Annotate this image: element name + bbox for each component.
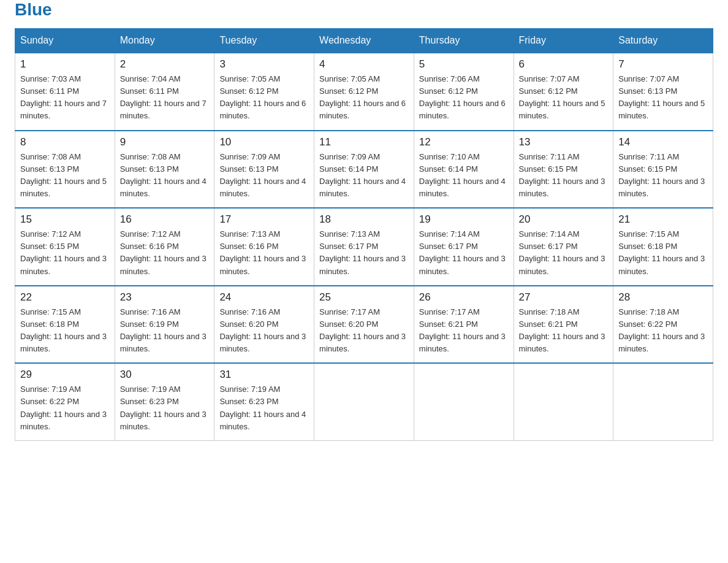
- day-info: Sunrise: 7:04 AM Sunset: 6:11 PM Dayligh…: [120, 73, 210, 123]
- day-number: 27: [519, 291, 609, 304]
- day-info: Sunrise: 7:18 AM Sunset: 6:22 PM Dayligh…: [618, 306, 708, 356]
- day-info: Sunrise: 7:19 AM Sunset: 6:22 PM Dayligh…: [20, 383, 110, 433]
- weekday-header-wednesday: Wednesday: [314, 29, 414, 53]
- calendar-week-row: 8 Sunrise: 7:08 AM Sunset: 6:13 PM Dayli…: [15, 131, 713, 209]
- day-info: Sunrise: 7:11 AM Sunset: 6:15 PM Dayligh…: [519, 151, 609, 201]
- calendar-cell: 2 Sunrise: 7:04 AM Sunset: 6:11 PM Dayli…: [115, 53, 214, 131]
- calendar-cell: 5 Sunrise: 7:06 AM Sunset: 6:12 PM Dayli…: [414, 53, 514, 131]
- day-info: Sunrise: 7:09 AM Sunset: 6:13 PM Dayligh…: [219, 151, 309, 201]
- day-info: Sunrise: 7:07 AM Sunset: 6:13 PM Dayligh…: [618, 73, 708, 123]
- calendar-week-row: 1 Sunrise: 7:03 AM Sunset: 6:11 PM Dayli…: [15, 53, 713, 131]
- day-number: 2: [120, 58, 210, 71]
- day-number: 3: [219, 58, 309, 71]
- weekday-header-row: SundayMondayTuesdayWednesdayThursdayFrid…: [15, 29, 713, 53]
- day-number: 10: [219, 136, 309, 148]
- calendar-week-row: 15 Sunrise: 7:12 AM Sunset: 6:15 PM Dayl…: [15, 208, 713, 286]
- calendar-week-row: 22 Sunrise: 7:15 AM Sunset: 6:18 PM Dayl…: [15, 286, 713, 364]
- calendar-cell: 26 Sunrise: 7:17 AM Sunset: 6:21 PM Dayl…: [414, 286, 514, 364]
- day-info: Sunrise: 7:11 AM Sunset: 6:15 PM Dayligh…: [618, 151, 708, 201]
- calendar-cell: [514, 363, 613, 440]
- calendar-cell: [613, 363, 713, 440]
- calendar-cell: 19 Sunrise: 7:14 AM Sunset: 6:17 PM Dayl…: [414, 208, 514, 286]
- day-info: Sunrise: 7:13 AM Sunset: 6:16 PM Dayligh…: [219, 228, 309, 278]
- day-info: Sunrise: 7:08 AM Sunset: 6:13 PM Dayligh…: [20, 151, 110, 201]
- weekday-header-monday: Monday: [115, 29, 214, 53]
- day-info: Sunrise: 7:07 AM Sunset: 6:12 PM Dayligh…: [519, 73, 609, 123]
- day-info: Sunrise: 7:13 AM Sunset: 6:17 PM Dayligh…: [319, 228, 409, 278]
- day-number: 23: [120, 291, 210, 304]
- calendar-cell: 20 Sunrise: 7:14 AM Sunset: 6:17 PM Dayl…: [514, 208, 613, 286]
- day-number: 26: [419, 291, 509, 304]
- day-number: 30: [120, 369, 210, 381]
- calendar-cell: 13 Sunrise: 7:11 AM Sunset: 6:15 PM Dayl…: [514, 131, 613, 209]
- calendar-cell: 11 Sunrise: 7:09 AM Sunset: 6:14 PM Dayl…: [314, 131, 414, 209]
- day-number: 15: [20, 213, 110, 226]
- calendar-cell: 6 Sunrise: 7:07 AM Sunset: 6:12 PM Dayli…: [514, 53, 613, 131]
- day-number: 24: [219, 291, 309, 304]
- day-number: 22: [20, 291, 110, 304]
- day-info: Sunrise: 7:05 AM Sunset: 6:12 PM Dayligh…: [219, 73, 309, 123]
- calendar-cell: 29 Sunrise: 7:19 AM Sunset: 6:22 PM Dayl…: [15, 363, 115, 440]
- calendar-cell: 24 Sunrise: 7:16 AM Sunset: 6:20 PM Dayl…: [214, 286, 314, 364]
- calendar-cell: 15 Sunrise: 7:12 AM Sunset: 6:15 PM Dayl…: [15, 208, 115, 286]
- calendar-cell: 14 Sunrise: 7:11 AM Sunset: 6:15 PM Dayl…: [613, 131, 713, 209]
- calendar-table: SundayMondayTuesdayWednesdayThursdayFrid…: [15, 28, 713, 441]
- day-info: Sunrise: 7:18 AM Sunset: 6:21 PM Dayligh…: [519, 306, 609, 356]
- calendar-cell: 8 Sunrise: 7:08 AM Sunset: 6:13 PM Dayli…: [15, 131, 115, 209]
- day-info: Sunrise: 7:09 AM Sunset: 6:14 PM Dayligh…: [319, 151, 409, 201]
- calendar-cell: 27 Sunrise: 7:18 AM Sunset: 6:21 PM Dayl…: [514, 286, 613, 364]
- day-number: 13: [519, 136, 609, 148]
- calendar-cell: 17 Sunrise: 7:13 AM Sunset: 6:16 PM Dayl…: [214, 208, 314, 286]
- calendar-cell: 31 Sunrise: 7:19 AM Sunset: 6:23 PM Dayl…: [214, 363, 314, 440]
- calendar-cell: [314, 363, 414, 440]
- day-info: Sunrise: 7:15 AM Sunset: 6:18 PM Dayligh…: [618, 228, 708, 278]
- calendar-cell: 12 Sunrise: 7:10 AM Sunset: 6:14 PM Dayl…: [414, 131, 514, 209]
- day-info: Sunrise: 7:08 AM Sunset: 6:13 PM Dayligh…: [120, 151, 210, 201]
- day-info: Sunrise: 7:17 AM Sunset: 6:21 PM Dayligh…: [419, 306, 509, 356]
- day-info: Sunrise: 7:15 AM Sunset: 6:18 PM Dayligh…: [20, 306, 110, 356]
- logo-blue-part: Blue: [15, 1, 88, 18]
- calendar-cell: 28 Sunrise: 7:18 AM Sunset: 6:22 PM Dayl…: [613, 286, 713, 364]
- calendar-cell: 21 Sunrise: 7:15 AM Sunset: 6:18 PM Dayl…: [613, 208, 713, 286]
- day-info: Sunrise: 7:14 AM Sunset: 6:17 PM Dayligh…: [519, 228, 609, 278]
- day-number: 8: [20, 136, 110, 148]
- calendar-cell: 22 Sunrise: 7:15 AM Sunset: 6:18 PM Dayl…: [15, 286, 115, 364]
- calendar-cell: 25 Sunrise: 7:17 AM Sunset: 6:20 PM Dayl…: [314, 286, 414, 364]
- day-info: Sunrise: 7:19 AM Sunset: 6:23 PM Dayligh…: [120, 383, 210, 433]
- day-info: Sunrise: 7:03 AM Sunset: 6:11 PM Dayligh…: [20, 73, 110, 123]
- day-number: 11: [319, 136, 409, 148]
- day-number: 1: [20, 58, 110, 71]
- day-info: Sunrise: 7:12 AM Sunset: 6:15 PM Dayligh…: [20, 228, 110, 278]
- calendar-cell: 9 Sunrise: 7:08 AM Sunset: 6:13 PM Dayli…: [115, 131, 214, 209]
- day-info: Sunrise: 7:06 AM Sunset: 6:12 PM Dayligh…: [419, 73, 509, 123]
- day-number: 12: [419, 136, 509, 148]
- weekday-header-saturday: Saturday: [613, 29, 713, 53]
- calendar-cell: 10 Sunrise: 7:09 AM Sunset: 6:13 PM Dayl…: [214, 131, 314, 209]
- calendar-cell: 16 Sunrise: 7:12 AM Sunset: 6:16 PM Dayl…: [115, 208, 214, 286]
- calendar-cell: 4 Sunrise: 7:05 AM Sunset: 6:12 PM Dayli…: [314, 53, 414, 131]
- weekday-header-sunday: Sunday: [15, 29, 115, 53]
- day-number: 20: [519, 213, 609, 226]
- day-info: Sunrise: 7:10 AM Sunset: 6:14 PM Dayligh…: [419, 151, 509, 201]
- day-number: 17: [219, 213, 309, 226]
- day-number: 5: [419, 58, 509, 71]
- calendar-cell: 7 Sunrise: 7:07 AM Sunset: 6:13 PM Dayli…: [613, 53, 713, 131]
- day-info: Sunrise: 7:12 AM Sunset: 6:16 PM Dayligh…: [120, 228, 210, 278]
- day-number: 7: [618, 58, 708, 71]
- calendar-week-row: 29 Sunrise: 7:19 AM Sunset: 6:22 PM Dayl…: [15, 363, 713, 440]
- day-number: 16: [120, 213, 210, 226]
- day-info: Sunrise: 7:16 AM Sunset: 6:19 PM Dayligh…: [120, 306, 210, 356]
- day-number: 28: [618, 291, 708, 304]
- day-number: 6: [519, 58, 609, 71]
- day-number: 25: [319, 291, 409, 304]
- calendar-cell: 18 Sunrise: 7:13 AM Sunset: 6:17 PM Dayl…: [314, 208, 414, 286]
- day-number: 31: [219, 369, 309, 381]
- calendar-body: 1 Sunrise: 7:03 AM Sunset: 6:11 PM Dayli…: [15, 53, 713, 440]
- day-number: 19: [419, 213, 509, 226]
- day-number: 14: [618, 136, 708, 148]
- calendar-cell: 23 Sunrise: 7:16 AM Sunset: 6:19 PM Dayl…: [115, 286, 214, 364]
- day-number: 4: [319, 58, 409, 71]
- day-info: Sunrise: 7:17 AM Sunset: 6:20 PM Dayligh…: [319, 306, 409, 356]
- day-number: 9: [120, 136, 210, 148]
- weekday-header-tuesday: Tuesday: [214, 29, 314, 53]
